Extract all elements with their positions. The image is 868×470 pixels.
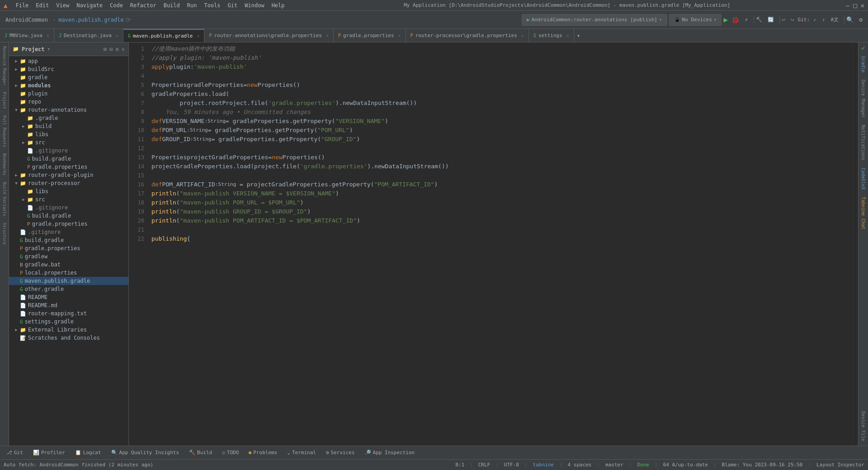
tree-item-modules[interactable]: ▶ 📁 modules xyxy=(9,81,128,90)
tree-item-gitignore-root[interactable]: 📄 .gitignore xyxy=(9,228,128,236)
git-checkmark-icon[interactable]: ✓ xyxy=(811,16,818,24)
pull-requests-tab[interactable]: Pull Requests xyxy=(1,114,8,149)
tree-item-maven-publish[interactable]: G maven.publish.gradle ← xyxy=(9,277,128,285)
tree-item-gradle[interactable]: 📁 gradle xyxy=(9,73,128,81)
breadcrumb-file[interactable]: maven.publish.gradle xyxy=(58,17,124,23)
run-config-selector[interactable]: ▶ AndroidCommon:router-annotations [publ… xyxy=(522,14,667,26)
tab-close-settings[interactable]: ✕ xyxy=(566,33,569,38)
tab-close-gradle-props[interactable]: ✕ xyxy=(398,33,401,38)
tree-item-readme-md[interactable]: 📄 README.md xyxy=(9,301,128,309)
right-tab-device-manager[interactable]: Device Manager xyxy=(860,77,867,120)
tab-close-router-gradle[interactable]: ✕ xyxy=(326,33,329,38)
build-variants-tab[interactable]: Build Variants xyxy=(1,180,8,218)
bottom-tab-logcat[interactable]: 📋 Logcat xyxy=(71,446,106,460)
code-text[interactable]: //使用maven插件中的发布功能 //apply plugin: 'maven… xyxy=(148,43,853,446)
tree-item-scratches[interactable]: 📝 Scratches and Consoles xyxy=(9,334,128,342)
bottom-tab-problems[interactable]: Problems xyxy=(244,446,282,460)
tabs-overflow[interactable]: ▾ xyxy=(574,33,583,39)
editor-area[interactable]: 1 2 3 4 5 6 7 8 9 10 11 12 13 14 15 16 1… xyxy=(129,43,858,446)
settings-icon[interactable]: ⚙ xyxy=(857,15,864,24)
tab-mnview[interactable]: J MNView.java ✕ xyxy=(0,29,54,43)
tree-item-router-mapping[interactable]: 📄 router-mapping.txt xyxy=(9,309,128,318)
tree-item-gradle-props-root[interactable]: P gradle.properties xyxy=(9,244,128,252)
tab-close-mnview[interactable]: ✕ xyxy=(47,33,49,38)
right-tab-gradle[interactable]: Gradle xyxy=(860,53,867,75)
tree-item-build-folder[interactable]: ▶ 📁 build xyxy=(9,122,128,130)
close-button[interactable]: ✕ xyxy=(861,2,864,9)
build-button[interactable]: 🔨 xyxy=(754,16,764,24)
tab-destination[interactable]: J Destinatign.java ✕ xyxy=(54,29,123,43)
tree-item-settings-gradle[interactable]: G settings.gradle xyxy=(9,318,128,326)
layout-inspector-button[interactable]: Layout Inspector xyxy=(816,462,864,468)
menu-run[interactable]: Run xyxy=(184,1,201,9)
bottom-tab-build[interactable]: 🔨 Build xyxy=(184,446,217,460)
tree-item-gradle-props2[interactable]: P gradle.properties xyxy=(9,220,128,228)
bottom-tab-todo[interactable]: ☑ TODO xyxy=(217,446,243,460)
tree-item-build-gradle-root[interactable]: G build.gradle xyxy=(9,236,128,244)
tree-item-dot-gradle[interactable]: 📁 .gradle xyxy=(9,114,128,122)
tree-item-gitignore2[interactable]: 📄 .gitignore xyxy=(9,204,128,212)
undo-button[interactable]: ↩ xyxy=(779,15,787,24)
resource-manager-tab[interactable]: Resource Manager xyxy=(1,44,8,87)
tree-item-router-gradle-plugin[interactable]: ▶ 📁 router-gradle-plugin xyxy=(9,171,128,179)
vertical-scrollbar[interactable] xyxy=(853,43,858,446)
bottom-tab-terminal[interactable]: ⌄ Terminal xyxy=(283,446,321,460)
run-button[interactable]: ▶ xyxy=(723,15,728,24)
tab-processor-props[interactable]: P router-processor\gradle.properties ✕ xyxy=(406,29,529,43)
minimize-button[interactable]: — xyxy=(846,2,849,9)
tab-close-destination[interactable]: ✕ xyxy=(116,33,118,38)
tree-item-local-props[interactable]: P local.properties xyxy=(9,269,128,277)
tab-close-processor-props[interactable]: ✕ xyxy=(521,33,524,38)
right-tab-codegiex[interactable]: CodeGleX xyxy=(860,165,867,192)
bottom-tab-app-inspection[interactable]: 🔎 App Inspection xyxy=(360,446,420,460)
menu-edit[interactable]: Edit xyxy=(32,1,52,9)
indent-status[interactable]: 4 spaces xyxy=(568,462,592,468)
tree-item-router-annotations[interactable]: ▼ 📁 router-annotations xyxy=(9,106,128,114)
sync-project-button[interactable]: 🔄 xyxy=(766,16,776,24)
tree-item-gradle-props1[interactable]: P gradle.properties xyxy=(9,163,128,171)
git-branch[interactable]: master xyxy=(605,462,623,468)
tab-gradle-props[interactable]: P gradle.properties ✕ xyxy=(334,29,406,43)
maximize-button[interactable]: □ xyxy=(853,2,857,9)
expand-all-icon[interactable]: ⊞ xyxy=(104,46,107,52)
menu-refactor[interactable]: Refactor xyxy=(127,1,160,9)
collapse-all-icon[interactable]: ⊟ xyxy=(109,46,113,52)
window-controls[interactable]: — □ ✕ xyxy=(846,2,864,9)
right-tab-tabnine[interactable]: Tabnine Chat xyxy=(860,194,867,232)
file-encoding[interactable]: UTF-8 xyxy=(504,462,519,468)
menu-code[interactable]: Code xyxy=(106,1,127,9)
tree-item-src1[interactable]: ▶ 📁 src xyxy=(9,138,128,147)
code-container[interactable]: 1 2 3 4 5 6 7 8 9 10 11 12 13 14 15 16 1… xyxy=(129,43,858,446)
tree-item-plugin[interactable]: 📁 plugin xyxy=(9,90,128,98)
tree-item-libs1[interactable]: 📁 libs xyxy=(9,130,128,138)
debug-button[interactable]: 🐞 xyxy=(730,15,741,24)
bottom-tab-git[interactable]: ⎇ Git xyxy=(2,446,28,460)
menu-file[interactable]: File xyxy=(12,1,32,9)
tab-maven-publish[interactable]: G maven.publish.gradle ✕ xyxy=(123,29,205,43)
bottom-tab-services[interactable]: ⚙ Services xyxy=(321,446,359,460)
menu-tools[interactable]: Tools xyxy=(200,1,224,9)
right-tab-notifications[interactable]: Notifications xyxy=(860,122,867,163)
close-panel-icon[interactable]: ✕ xyxy=(122,46,125,52)
tree-item-build-gradle1[interactable]: G build.gradle xyxy=(9,155,128,163)
tree-item-repo[interactable]: 📁 repo xyxy=(9,98,128,106)
menu-window[interactable]: Window xyxy=(241,1,268,9)
right-tab-device-file[interactable]: Device File xyxy=(860,408,867,444)
structure-tab[interactable]: Structure xyxy=(1,221,8,247)
tree-item-other-gradle[interactable]: G other.gradle xyxy=(9,285,128,293)
bottom-tab-profiler[interactable]: 📊 Profiler xyxy=(28,446,70,460)
tree-item-src2[interactable]: ▶ 📁 src xyxy=(9,195,128,204)
menu-help[interactable]: Help xyxy=(268,1,288,9)
profile-button[interactable]: ⚡ xyxy=(743,15,750,24)
cursor-position[interactable]: 8:1 xyxy=(455,462,464,468)
tree-item-readme[interactable]: 📄 README xyxy=(9,293,128,301)
bookmarks-tab[interactable]: Bookmarks xyxy=(1,152,8,177)
sync-icon[interactable]: ⟳ xyxy=(126,16,135,24)
tabnine-status[interactable]: tabnine xyxy=(533,462,554,468)
tree-item-build-gradle2[interactable]: G build.gradle xyxy=(9,212,128,220)
tree-item-libs2[interactable]: 📁 libs xyxy=(9,187,128,195)
settings-gear-icon[interactable]: ⚙ xyxy=(116,46,119,52)
tree-item-ext-libs[interactable]: ▶ 📁 External Libraries xyxy=(9,326,128,334)
tree-item-gradlew-bat[interactable]: B gradlew.bat xyxy=(9,261,128,269)
tree-item-gitignore1[interactable]: 📄 .gitignore xyxy=(9,147,128,155)
